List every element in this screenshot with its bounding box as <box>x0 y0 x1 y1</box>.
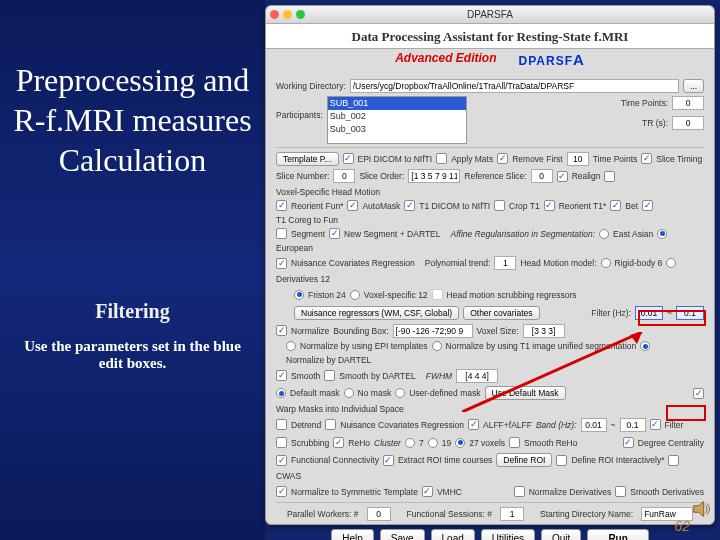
slicetiming-chk[interactable]: ✓ <box>641 153 652 164</box>
help-button[interactable]: Help <box>331 529 374 540</box>
european-radio[interactable] <box>657 229 667 239</box>
voxsize-input[interactable] <box>523 324 565 338</box>
epidicom-chk[interactable]: ✓ <box>343 153 354 164</box>
load-button[interactable]: Load <box>431 529 475 540</box>
alff-chk[interactable]: ✓ <box>468 419 479 430</box>
smoothd-chk[interactable] <box>324 370 335 381</box>
wd-input[interactable] <box>350 79 679 93</box>
tp-label: Time Points: <box>621 98 668 108</box>
list-item[interactable]: Sub_003 <box>328 123 466 136</box>
dc-chk[interactable]: ✓ <box>623 437 634 448</box>
timepoints-input[interactable] <box>672 96 704 110</box>
cwas-chk[interactable] <box>668 455 679 466</box>
brand-logo: DPARSFA <box>519 51 585 68</box>
band-hi-input[interactable] <box>620 418 646 432</box>
workers-input[interactable] <box>367 507 391 521</box>
list-item[interactable]: SUB_001 <box>328 97 466 110</box>
tr-label: TR (s): <box>642 118 668 128</box>
othercov-button[interactable]: Other covariates <box>463 306 539 320</box>
removefirst-input[interactable] <box>567 152 589 166</box>
deriv12-radio[interactable] <box>666 258 676 268</box>
normt1-radio[interactable] <box>432 341 442 351</box>
rigid6-radio[interactable] <box>601 258 611 268</box>
automask-chk[interactable]: ✓ <box>347 200 358 211</box>
usermask-radio[interactable] <box>395 388 405 398</box>
template-button[interactable]: Template P... <box>276 152 339 166</box>
run-button[interactable]: Run <box>587 529 648 540</box>
defroi2-chk[interactable] <box>556 455 567 466</box>
reho27-radio[interactable] <box>455 438 465 448</box>
app-header: Data Processing Assistant for Resting-St… <box>266 24 714 49</box>
reho-chk[interactable]: ✓ <box>333 437 344 448</box>
filter-hi-input[interactable] <box>676 306 704 320</box>
participants-label: Participants: <box>276 110 323 120</box>
normepi-radio[interactable] <box>286 341 296 351</box>
defroi-button[interactable]: Define ROI <box>496 453 552 467</box>
refslice-input[interactable] <box>531 169 553 183</box>
t1coreg-chk[interactable]: ✓ <box>642 200 653 211</box>
cropt1-chk[interactable] <box>494 200 505 211</box>
t1dicom-chk[interactable]: ✓ <box>404 200 415 211</box>
scrub-chk[interactable] <box>276 437 287 448</box>
segment-chk[interactable] <box>276 228 287 239</box>
smoothderiv-chk[interactable] <box>615 486 626 497</box>
scrubhm-chk[interactable] <box>432 289 443 300</box>
tr-input[interactable] <box>672 116 704 130</box>
filtering-label: Filtering <box>0 300 265 323</box>
vmhc-chk[interactable]: ✓ <box>422 486 433 497</box>
reho7-radio[interactable] <box>405 438 415 448</box>
app-title: Data Processing Assistant for Resting-St… <box>266 29 714 45</box>
slicenum-input[interactable] <box>333 169 355 183</box>
speaker-icon <box>692 500 712 518</box>
poly-input[interactable] <box>494 256 516 270</box>
participants-list[interactable]: SUB_001 Sub_002 Sub_003 <box>327 96 467 144</box>
eastasian-radio[interactable] <box>599 229 609 239</box>
sliceorder-input[interactable] <box>408 169 460 183</box>
list-item[interactable]: Sub_002 <box>328 110 466 123</box>
bet-chk[interactable]: ✓ <box>610 200 621 211</box>
page-number: 62 <box>674 518 690 534</box>
filter-lo-input[interactable] <box>635 306 663 320</box>
voxel12-radio[interactable] <box>350 290 360 300</box>
realign-chk[interactable]: ✓ <box>557 171 568 182</box>
normdartel-radio[interactable] <box>640 341 650 351</box>
friston-radio[interactable] <box>294 290 304 300</box>
fwhm-input[interactable] <box>456 369 498 383</box>
newsegment-chk[interactable]: ✓ <box>329 228 340 239</box>
advanced-edition: Advanced Edition <box>395 51 496 68</box>
fc-chk[interactable]: ✓ <box>276 455 287 466</box>
detrend-chk[interactable] <box>276 419 287 430</box>
usedefault-button[interactable]: Use Default Mask <box>485 386 566 400</box>
bbox-input[interactable] <box>393 324 473 338</box>
utilities-button[interactable]: Utilities <box>481 529 535 540</box>
sidebar-title: Preprocessing and R-f.MRI measures Calcu… <box>0 60 265 180</box>
band-lo-input[interactable] <box>581 418 607 432</box>
nuisance2-chk[interactable] <box>325 419 336 430</box>
normalize-chk[interactable]: ✓ <box>276 325 287 336</box>
svg-marker-2 <box>694 502 704 517</box>
filter-chk[interactable]: ✓ <box>650 419 661 430</box>
nomask-radio[interactable] <box>344 388 354 398</box>
save-button[interactable]: Save <box>380 529 425 540</box>
reorient-chk[interactable]: ✓ <box>276 200 287 211</box>
warp-chk[interactable]: ✓ <box>693 388 704 399</box>
quit-button[interactable]: Quit <box>541 529 581 540</box>
extract-chk[interactable]: ✓ <box>383 455 394 466</box>
normderiv-chk[interactable] <box>514 486 525 497</box>
wd-browse-button[interactable]: ... <box>683 79 704 93</box>
applymats-chk[interactable] <box>436 153 447 164</box>
normsym-chk[interactable]: ✓ <box>276 486 287 497</box>
wd-label: Working Directory: <box>276 81 346 91</box>
defmask-radio[interactable] <box>276 388 286 398</box>
reho19-radio[interactable] <box>428 438 438 448</box>
smoothreho-chk[interactable] <box>509 437 520 448</box>
sessions-input[interactable] <box>500 507 524 521</box>
app-window: DPARSFA Data Processing Assistant for Re… <box>265 5 715 525</box>
nuisance-chk[interactable]: ✓ <box>276 258 287 269</box>
nuisance-button[interactable]: Nuisance regressors (WM, CSF, Global) <box>294 306 459 320</box>
removefirst-chk[interactable]: ✓ <box>497 153 508 164</box>
voxelhm-chk[interactable] <box>604 171 615 182</box>
reorientt1-chk[interactable]: ✓ <box>544 200 555 211</box>
titlebar: DPARSFA <box>266 6 714 24</box>
smooth-chk[interactable]: ✓ <box>276 370 287 381</box>
